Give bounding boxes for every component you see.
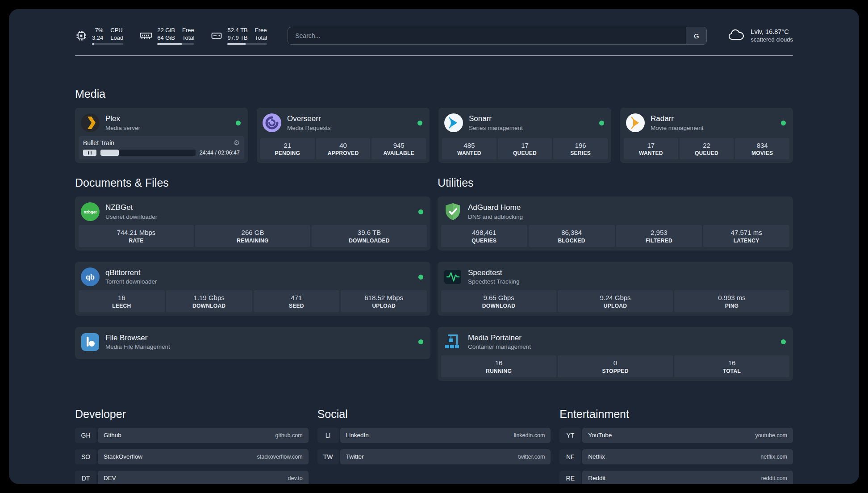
stat-block: 0.993 ms PING xyxy=(674,290,789,312)
service-card-portainer[interactable]: Media Portainer Container management 16 … xyxy=(438,327,793,381)
disk-label-bottom: Total xyxy=(255,34,267,42)
plex-now-playing: Bullet Train ⚙︎ 24:44 / 02:06:47 xyxy=(79,136,244,159)
stat-value: 618.52 Mbps xyxy=(342,294,425,302)
stat-block: 0 STOPPED xyxy=(558,355,673,377)
service-name: File Browser xyxy=(105,333,170,343)
search-provider-button[interactable]: G xyxy=(686,27,706,44)
bookmark-domain: netflix.com xyxy=(760,454,787,460)
bookmark-twitter[interactable]: TW Twitter twitter.com xyxy=(317,449,551,464)
gear-icon[interactable]: ⚙︎ xyxy=(234,139,240,146)
stat-value: 266 GB xyxy=(197,229,309,237)
stat-label: DOWNLOADED xyxy=(313,238,425,244)
header-divider xyxy=(75,55,793,56)
stat-block: 47.571 ms LATENCY xyxy=(703,225,789,247)
stat-value: 196 xyxy=(555,142,606,150)
service-card-speedtest[interactable]: Speedtest Speedtest Tracking 9.65 Gbps D… xyxy=(438,262,793,316)
cpu-load: 3.24 xyxy=(92,34,103,42)
stat-value: 39.6 TB xyxy=(313,229,425,237)
stat-label: LATENCY xyxy=(705,238,788,244)
service-description: Movie management xyxy=(651,124,704,132)
section-documents-files: Documents & Files nzbget NZBGet Usenet d… xyxy=(75,176,430,380)
stat-block: 22 QUEUED xyxy=(680,138,734,160)
stat-value: 16 xyxy=(443,359,555,368)
service-card-adguard[interactable]: AdGuard Home DNS and adblocking 498,461 … xyxy=(438,196,793,251)
service-card-plex[interactable]: Plex Media server Bullet Train ⚙︎ xyxy=(75,108,248,163)
playback-progress-bar xyxy=(100,150,196,156)
bookmark-netflix[interactable]: NF Netflix netflix.com xyxy=(559,449,793,464)
bookmark-reddit[interactable]: RE Reddit reddit.com xyxy=(559,471,793,485)
portainer-logo-icon xyxy=(443,332,463,352)
service-stats: 485 WANTED 17 QUEUED 196 SERIES xyxy=(442,138,608,160)
service-name: Radarr xyxy=(651,114,704,124)
status-online-dot xyxy=(236,121,241,125)
search-input[interactable] xyxy=(288,27,686,44)
stat-label: TOTAL xyxy=(676,368,788,374)
pause-button[interactable] xyxy=(83,150,96,156)
bookmark-linkedin[interactable]: LI LinkedIn linkedin.com xyxy=(317,428,551,443)
stat-value: 16 xyxy=(80,294,163,302)
bookmark-name: Github xyxy=(104,432,121,439)
service-name: qBittorrent xyxy=(105,268,157,278)
stat-block: 2,953 FILTERED xyxy=(616,225,702,247)
service-card-nzbget[interactable]: nzbget NZBGet Usenet downloader 744.21 M… xyxy=(75,196,430,251)
cpu-icon xyxy=(75,29,88,42)
stat-label: FILTERED xyxy=(618,238,701,244)
stat-block: 16 TOTAL xyxy=(674,355,789,377)
developer-section-title: Developer xyxy=(75,408,309,421)
resource-widget-memory: 22 GiB 64 GiB Free Total xyxy=(139,27,194,45)
stat-value: 0.993 ms xyxy=(676,294,788,302)
service-name: Plex xyxy=(105,114,140,124)
service-stats: 744.21 Mbps RATE 266 GB REMAINING 39.6 T… xyxy=(79,225,427,247)
bookmark-abbr: TW xyxy=(317,449,339,464)
service-name: NZBGet xyxy=(105,203,157,213)
stat-label: STOPPED xyxy=(559,368,671,374)
stat-block: 9.24 Gbps UPLOAD xyxy=(558,290,673,312)
stat-value: 16 xyxy=(676,359,788,368)
cpu-label-bottom: Load xyxy=(110,34,123,42)
service-stats: 17 WANTED 22 QUEUED 834 MOVIES xyxy=(624,138,789,160)
bookmark-abbr: SO xyxy=(75,449,96,464)
nzbget-logo-icon: nzbget xyxy=(80,202,100,221)
status-online-dot xyxy=(417,121,422,125)
service-description: Media server xyxy=(105,124,140,132)
weather-widget: Lviv, 16.87°C scattered clouds xyxy=(727,28,793,44)
disk-usage-bar xyxy=(227,43,267,45)
bookmark-abbr: NF xyxy=(559,449,581,464)
bookmark-stackoverflow[interactable]: SO StackOverflow stackoverflow.com xyxy=(75,449,309,464)
stat-label: DOWNLOAD xyxy=(168,303,250,309)
weather-location: Lviv, 16.87°C xyxy=(751,28,793,36)
stat-label: LEECH xyxy=(80,303,163,309)
stat-label: BLOCKED xyxy=(530,238,613,244)
service-card-qbittorrent[interactable]: qb qBittorrent Torrent downloader 16 xyxy=(75,262,430,316)
stat-label: RUNNING xyxy=(443,368,555,374)
service-stats: 9.65 Gbps DOWNLOAD 9.24 Gbps UPLOAD 0.99… xyxy=(441,290,789,312)
service-name: Media Portainer xyxy=(468,333,531,343)
bookmark-youtube[interactable]: YT YouTube youtube.com xyxy=(559,428,793,443)
bookmarks-social: Social LI LinkedIn linkedin.com TW xyxy=(317,408,551,485)
service-card-overseerr[interactable]: Overseerr Media Requests 21 PENDING 40 A… xyxy=(257,108,430,163)
bookmark-abbr: LI xyxy=(317,428,339,443)
bookmark-github[interactable]: GH Github github.com xyxy=(75,428,309,443)
stat-value: 498,461 xyxy=(443,229,526,237)
stat-value: 40 xyxy=(318,142,369,150)
memory-label-top: Free xyxy=(182,27,194,34)
stat-block: 471 SEED xyxy=(254,290,340,312)
top-bar: 7% 3.24 CPU Load xyxy=(9,9,859,45)
service-name: AdGuard Home xyxy=(468,203,523,213)
playback-time: 24:44 / 02:06:47 xyxy=(200,150,240,156)
memory-usage-bar xyxy=(157,43,194,45)
radarr-logo-icon xyxy=(626,113,645,133)
social-section-title: Social xyxy=(317,408,551,421)
stat-label: WANTED xyxy=(444,150,495,156)
stat-block: 40 APPROVED xyxy=(316,138,371,160)
stat-label: UPLOAD xyxy=(342,303,425,309)
stat-block: 266 GB REMAINING xyxy=(195,225,310,247)
service-card-sonarr[interactable]: Sonarr Series management 485 WANTED 17 Q… xyxy=(438,108,611,163)
svg-text:qb: qb xyxy=(86,273,95,281)
disk-label-top: Free xyxy=(255,27,267,34)
bookmark-dev[interactable]: DT DEV dev.to xyxy=(75,471,309,485)
stat-label: QUERIES xyxy=(443,238,526,244)
service-card-radarr[interactable]: Radarr Movie management 17 WANTED 22 QUE… xyxy=(620,108,793,163)
stat-value: 834 xyxy=(737,142,788,150)
service-card-filebrowser[interactable]: File Browser Media File Management xyxy=(75,327,430,359)
